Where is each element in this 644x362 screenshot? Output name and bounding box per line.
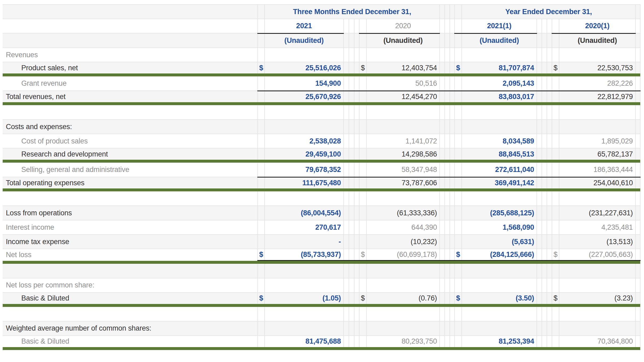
currency-cell [359,105,366,120]
spacer-cell [537,293,542,304]
spacer-cell [635,177,640,188]
value-cell: (10,232) [366,235,440,249]
value-cell [366,120,440,134]
value-cell [559,105,635,120]
spacer-cell [542,293,547,304]
spacer-cell [547,62,552,73]
spacer-cell [537,191,542,206]
spacer-cell [537,336,542,347]
spacer-cell [354,264,359,278]
spacer-cell [635,105,640,120]
spacer-cell [537,105,542,120]
currency-cell [552,48,559,62]
spacer-cell [349,91,354,102]
spacer-cell [450,33,455,48]
value-cell: (231,227,631) [559,206,635,220]
currency-cell [258,321,265,336]
currency-cell [359,206,366,220]
spacer-cell [542,264,547,278]
label-cell: Costs and expenses: [3,120,258,134]
value-cell: 25,670,926 [265,91,344,102]
spacer-cell [635,191,640,206]
income-statement-table: Three Months Ended December 31,Year Ende… [3,4,641,350]
spacer-cell [354,321,359,336]
spacer-cell [349,120,354,134]
year-header-0: 2021 [265,19,344,33]
currency-cell [258,48,265,62]
value-cell: 25,516,026 [265,62,344,73]
value-cell: 2,538,028 [265,134,344,148]
currency-cell [455,48,462,62]
value-cell: 111,675,480 [265,177,344,188]
spacer-cell [537,307,542,321]
label-cell: Net loss [3,249,258,260]
spacer-cell [542,177,547,188]
spacer-cell [440,264,445,278]
currency-cell: $ [258,293,265,304]
value-cell [265,321,344,336]
spacer-cell [450,336,455,347]
spacer-cell [344,278,349,293]
header-label-cell [3,19,258,33]
value-cell: 81,253,394 [462,336,537,347]
currency-cell [359,148,366,160]
group-header-year: Year Ended December 31, [462,5,635,19]
value-cell: (285,688,125) [462,206,537,220]
header-label-cell [3,33,258,48]
value-cell [462,321,537,336]
spacer-cell [440,206,445,220]
spacer-cell [445,293,450,304]
spacer-cell [547,105,552,120]
header-years-row: 202120202021(1)2020(1) [3,19,640,33]
currency-cell [258,177,265,188]
value-cell: 270,617 [265,220,344,235]
value-cell: 272,611,040 [462,163,537,177]
spacer-cell [440,62,445,73]
spacer-cell [440,5,445,19]
currency-cell [359,91,366,102]
spacer-cell [354,48,359,62]
spacer-cell [354,134,359,148]
spacer-cell [445,206,450,220]
currency-cell [552,163,559,177]
spacer-cell [542,249,547,260]
green-rule [3,188,640,191]
currency-cell [552,105,559,120]
spacer-cell [547,120,552,134]
spacer-cell [344,91,349,102]
value-cell [559,120,635,134]
green-rule-row [3,304,640,307]
spacer-cell [455,5,462,19]
value-cell: 81,707,874 [462,62,537,73]
spacer-cell [537,206,542,220]
spacer-cell [354,120,359,134]
spacer-cell [547,321,552,336]
spacer-cell [349,48,354,62]
spacer-cell [354,235,359,249]
currency-cell [359,278,366,293]
value-cell: 14,298,586 [366,148,440,160]
spacer-cell [635,249,640,260]
value-cell: 8,034,589 [462,134,537,148]
value-cell: (3.23) [559,293,635,304]
spacer-cell [445,91,450,102]
spacer-cell [537,163,542,177]
spacer-cell [537,76,542,91]
value-cell: (60,699,178) [366,249,440,260]
spacer-cell [542,33,547,48]
spacer-cell [542,206,547,220]
spacer-cell [344,148,349,160]
spacer-cell [547,48,552,62]
value-cell [366,278,440,293]
value-cell [462,264,537,278]
spacer-cell [542,235,547,249]
spacer-cell [445,120,450,134]
value-cell [462,278,537,293]
spacer-cell [440,293,445,304]
spacer-cell [344,105,349,120]
spacer-cell [537,220,542,235]
currency-header-cell [552,19,559,33]
row-total-revenues-net: Total revenues, net25,670,92612,454,2708… [3,91,640,102]
label-cell: Grant revenue [3,76,258,91]
label-cell: Cost of product sales [3,134,258,148]
